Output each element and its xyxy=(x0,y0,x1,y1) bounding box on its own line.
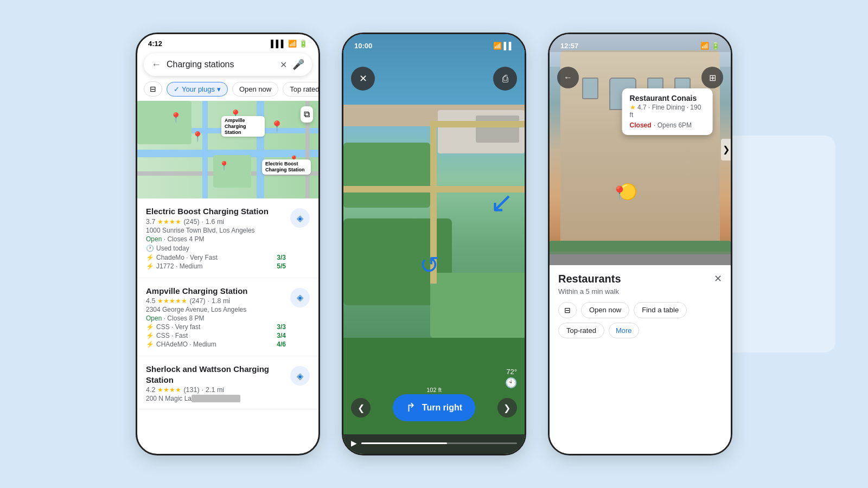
clear-button[interactable]: ✕ xyxy=(280,60,287,70)
station-item-3[interactable]: Sherlock and Wattson Charging Station 4.… xyxy=(137,356,318,409)
lightning-icon-1a: ⚡ xyxy=(146,254,154,261)
distance-separator-2: · xyxy=(208,297,209,305)
status-icons-2: 📶 ▌▌ xyxy=(493,42,514,50)
station-rating-1: 3.7 ★★★★ (245) · 1.6 mi xyxy=(146,218,286,226)
station-info-3: Sherlock and Wattson Charging Station 4.… xyxy=(146,364,286,402)
connector-type-2c: CHAdeMO · Medium xyxy=(156,341,216,348)
connector-count-1b: 5/5 xyxy=(277,262,286,270)
used-text-1: Used today xyxy=(156,245,189,252)
distance-separator-1: · xyxy=(202,218,203,226)
panel-header: Restaurants ✕ xyxy=(558,273,722,285)
find-table-chip[interactable]: Find a table xyxy=(634,302,687,318)
station-used-1: 🕐 Used today xyxy=(146,245,286,252)
station-hours-2: Open · Closes 8 PM xyxy=(146,314,286,322)
close-detail-2: · Closes 8 PM xyxy=(164,314,205,322)
sv-right-arrow[interactable]: ❯ xyxy=(721,139,731,160)
navigation-map: 10:00 📶 ▌▌ xyxy=(343,34,525,454)
stars-2: ★★★★★ xyxy=(157,297,187,305)
turn-right-icon: ↱ xyxy=(406,401,416,415)
status-time-1: 4:12 xyxy=(148,40,162,48)
voice-search-button[interactable]: 🎤 xyxy=(292,59,304,70)
station-item-2[interactable]: Ampville Charging Station 4.5 ★★★★★ (247… xyxy=(137,278,318,357)
station-name-3: Sherlock and Wattson Charging Station xyxy=(146,364,286,385)
sv-back-button[interactable]: ← xyxy=(557,67,579,88)
nav-previous-button[interactable]: ❮ xyxy=(351,398,371,418)
signal-icon-2: ▌▌ xyxy=(504,42,514,50)
station-address-3: 200 N Magic Laxxxxxxxxxxxxxxx xyxy=(146,395,286,402)
distance-2: 1.8 mi xyxy=(212,297,230,305)
top-rated-restaurant-chip[interactable]: Top-rated xyxy=(558,323,604,338)
nav-next-button[interactable]: ❯ xyxy=(497,398,517,418)
nav-share-button[interactable]: ⎙ xyxy=(493,67,517,91)
top-rated-chip[interactable]: Top rated xyxy=(283,82,318,97)
popup-star: ★ xyxy=(630,104,636,111)
clock-icon-1: 🕐 xyxy=(146,245,154,252)
status-icons-1: ▌▌▌ 📶 🔋 xyxy=(271,40,308,48)
navigate-btn-1[interactable]: ◈ xyxy=(290,208,310,228)
restaurant-filter-sliders[interactable]: ⊟ xyxy=(558,302,577,318)
nav-distance-label: 102 ft xyxy=(426,387,442,393)
station-address-2: 2304 George Avenue, Los Angeles xyxy=(146,306,286,313)
temp-value: 72° xyxy=(505,368,517,376)
open-now-label: Open now xyxy=(239,85,271,93)
status-time-3: 12:57 xyxy=(560,42,578,50)
navigate-btn-2[interactable]: ◈ xyxy=(290,288,310,307)
open-now-chip[interactable]: Open now xyxy=(232,82,278,97)
search-query: Charging stations xyxy=(167,60,275,69)
your-plugs-label: Your plugs xyxy=(182,85,215,93)
temperature-display: 72° 🕙 xyxy=(505,368,517,389)
panel-close-button[interactable]: ✕ xyxy=(714,273,722,285)
nav-play-button[interactable]: ▶ xyxy=(351,439,357,447)
phone-3-wrapper: 12:57 📶 🔋 xyxy=(548,33,732,455)
open-now-restaurant-chip[interactable]: Open now xyxy=(581,302,629,318)
wifi-icon-3: 📶 xyxy=(700,42,709,50)
connector-type-2b: CSS · Fast xyxy=(156,332,188,339)
station-name-2: Ampville Charging Station xyxy=(146,286,286,297)
open-status-1: Open xyxy=(146,235,162,243)
checkmark-icon: ✓ xyxy=(174,85,180,93)
filter-sliders-button[interactable]: ⊟ xyxy=(144,81,162,97)
wifi-icon: 📶 xyxy=(288,40,297,48)
rating-value-3: 4.2 xyxy=(146,386,155,394)
nav-instruction-bar: ❮ ↱ Turn right ❯ xyxy=(343,394,525,421)
top-rated-label: Top rated xyxy=(290,85,318,93)
close-detail-1: Closes 4 PM xyxy=(167,235,204,243)
distance-3: 2.1 mi xyxy=(206,386,224,394)
map-area[interactable]: 📍 📍 📍 📍 📍 📍 📍 📍 Ampville Charging Statio… xyxy=(137,101,318,198)
station-rating-2: 4.5 ★★★★★ (247) · 1.8 mi xyxy=(146,297,286,305)
station-item-1[interactable]: Electric Boost Charging Station 3.7 ★★★★… xyxy=(137,198,318,278)
battery-icon: 🔋 xyxy=(299,40,308,48)
nav-close-button[interactable]: ✕ xyxy=(351,67,375,91)
search-bar[interactable]: ← Charging stations ✕ 🎤 xyxy=(144,53,312,76)
map-label-electric: Electric Boost Charging Station xyxy=(262,159,311,175)
battery-icon-3: 🔋 xyxy=(711,42,720,50)
distance-1: 1.6 mi xyxy=(206,218,224,226)
sv-menu-button[interactable]: ⊞ xyxy=(701,67,723,88)
popup-type: Fine Dining xyxy=(652,104,685,111)
popup-opens-time: Opens 6PM xyxy=(658,121,692,129)
phone-2-wrapper: 10:00 📶 ▌▌ xyxy=(342,33,526,455)
distance-value: 102 ft xyxy=(426,387,442,393)
rating-value-1: 3.7 xyxy=(146,218,155,226)
station-info-1: Electric Boost Charging Station 3.7 ★★★★… xyxy=(146,206,286,271)
popup-status-row: Closed · Opens 6PM xyxy=(630,120,705,130)
station-rating-3: 4.2 ★★★★ (131) · 2.1 mi xyxy=(146,386,286,394)
nav-turn-box: ↱ Turn right xyxy=(393,394,475,421)
distance-separator-3: · xyxy=(202,386,203,394)
street-view-bg: 🟡 📍 Restaurant Conais ★ 4.7 · Fine Dinin… xyxy=(550,34,731,265)
back-button[interactable]: ← xyxy=(151,59,161,70)
popup-closed-label: Closed xyxy=(630,121,652,129)
more-filters-button[interactable]: More xyxy=(609,323,639,338)
connector-type-1b: J1772 · Medium xyxy=(156,262,202,270)
phone-3: 12:57 📶 🔋 xyxy=(548,33,732,455)
navigate-btn-3[interactable]: ◈ xyxy=(290,366,310,386)
popup-rating-value: 4.7 xyxy=(637,104,647,111)
restaurant-popup[interactable]: Restaurant Conais ★ 4.7 · Fine Dining · … xyxy=(622,88,713,135)
map-layers-button[interactable]: ⧉ xyxy=(301,106,313,123)
lightning-icon-2a: ⚡ xyxy=(146,323,154,331)
stations-list: Electric Boost Charging Station 3.7 ★★★★… xyxy=(137,198,318,409)
your-plugs-chip[interactable]: ✓ Your plugs ▾ xyxy=(167,82,228,97)
status-bar-2: 10:00 📶 ▌▌ xyxy=(343,34,525,52)
restaurant-filters: ⊟ Open now Find a table Top-rated More xyxy=(558,302,722,338)
connector-row-2c: ⚡ CHAdeMO · Medium 4/6 xyxy=(146,341,286,348)
